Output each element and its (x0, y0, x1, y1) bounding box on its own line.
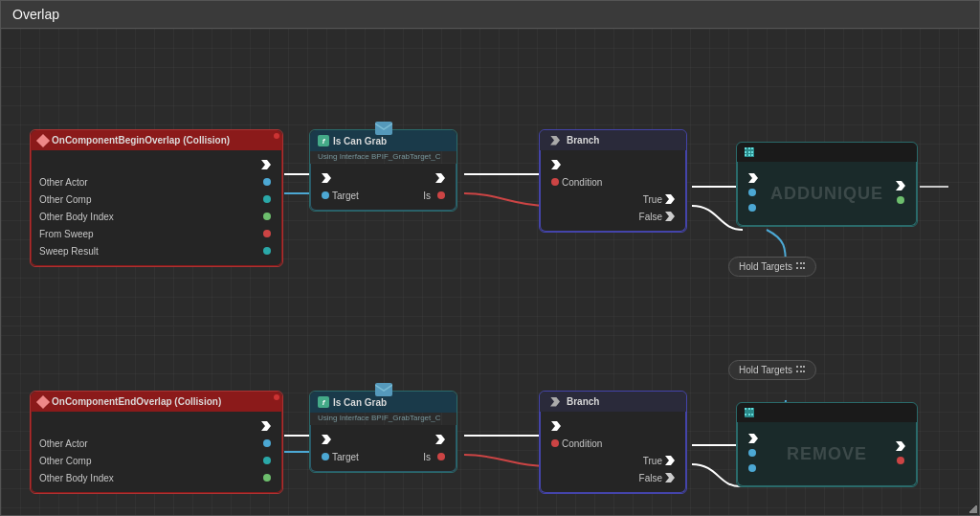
branch-top-exec-row (541, 156, 685, 173)
exec-out-pin (261, 160, 271, 169)
mail-icon-bottom (375, 383, 392, 398)
branch-bottom-node: Branch Condition True False (539, 391, 687, 494)
branch-bottom-true-row: True (541, 452, 685, 469)
branch-top-true-label: True (643, 194, 662, 205)
sweep-result-pin (263, 247, 271, 255)
remove-node: REMOVE (736, 402, 918, 487)
other-actor-label: Other Actor (39, 177, 260, 188)
branch-bottom-condition-pin (551, 439, 559, 447)
addunique-body: ADDUNIQUE (737, 162, 917, 226)
event-begin-title: OnComponentBeginOverlap (Collision) (52, 135, 230, 146)
grid-icon-remove (745, 408, 754, 417)
func-top-target-row: Target Is (311, 187, 456, 204)
event-end-other-body-index-pin (263, 474, 271, 482)
is-can-grab-bottom-node: f Is Can Grab Using Interface BPIF_GrabT… (309, 391, 457, 473)
event-end-icon (36, 394, 50, 408)
remove-body: REMOVE (737, 422, 917, 486)
addunique-result-pin (897, 196, 904, 204)
red-indicator (274, 133, 279, 139)
event-end-other-comp-label: Other Comp (39, 456, 260, 466)
is-can-grab-bottom-body: Target Is (310, 425, 457, 472)
other-comp-pin (263, 195, 271, 203)
branch-top-condition-pin (551, 178, 559, 186)
event-icon (36, 133, 50, 146)
event-end-exec-out (261, 421, 271, 431)
addunique-array-pin (748, 189, 756, 196)
branch-top-exec-in (551, 160, 561, 169)
event-end-title: OnComponentEndOverlap (Collision) (52, 396, 221, 407)
branch-top-true-pin (665, 194, 675, 204)
branch-bottom-false-pin (665, 473, 675, 482)
event-end-body: Other Actor Other Comp Other Body Index (31, 412, 282, 493)
branch-bottom-icon (550, 397, 560, 407)
main-window: Overlap (0, 0, 980, 516)
canvas[interactable]: OnComponentBeginOverlap (Collision) Othe… (1, 29, 979, 515)
addunique-label: ADDUNIQUE (770, 184, 883, 204)
remove-pins-right (893, 441, 908, 466)
other-comp-row: Other Comp (32, 191, 281, 208)
addunique-pins-right (893, 181, 908, 206)
other-actor-row: Other Actor (32, 173, 281, 191)
addunique-header (737, 143, 917, 162)
func-bottom-target-label: Target (332, 452, 423, 462)
func-bottom-target-row: Target Is (311, 448, 456, 465)
from-sweep-pin (263, 230, 271, 237)
remove-result-pin (897, 457, 904, 464)
event-end-other-body-index-row: Other Body Index (32, 469, 281, 486)
branch-top-true-row: True (541, 191, 685, 208)
addunique-item-pin (748, 204, 756, 212)
event-end-exec-row (32, 417, 281, 435)
func-top-target-label: Target (332, 191, 423, 201)
func-bottom-target-in-pin (322, 453, 329, 460)
addunique-exec-in (748, 173, 758, 183)
branch-bottom-false-row: False (541, 469, 685, 486)
branch-top-false-pin (665, 212, 675, 221)
other-body-index-label: Other Body Index (39, 212, 260, 222)
other-comp-label: Other Comp (39, 194, 260, 205)
is-can-grab-top-node: f Is Can Grab Using Interface BPIF_GrabT… (309, 129, 457, 212)
branch-top-header: Branch (540, 130, 686, 150)
remove-exec-in (748, 434, 758, 443)
remove-exec-out (896, 441, 905, 451)
hold-targets-top-label: Hold Targets (739, 261, 792, 272)
func-top-is-out-pin (437, 191, 445, 199)
branch-bottom-exec-row (541, 417, 685, 435)
hold-targets-top: Hold Targets (728, 257, 816, 277)
branch-top-title: Branch (567, 135, 599, 146)
remove-label: REMOVE (787, 444, 867, 464)
event-end-other-actor-label: Other Actor (39, 438, 260, 449)
branch-bottom-exec-in (551, 421, 561, 431)
event-end-header: OnComponentEndOverlap (Collision) (31, 392, 282, 412)
func-top-is-label: Is (423, 191, 431, 201)
func-top-exec-out (435, 173, 445, 183)
window-title: Overlap (12, 7, 59, 22)
func-bottom-exec-row (311, 431, 456, 448)
branch-top-body: Condition True False (540, 150, 686, 232)
event-end-other-comp-pin (263, 457, 271, 464)
is-can-grab-top-body: Target Is (310, 164, 457, 211)
branch-bottom-condition-label: Condition (562, 438, 678, 449)
branch-top-false-row: False (541, 208, 685, 225)
event-end-other-comp-row: Other Comp (32, 452, 281, 469)
func-icon-bottom: f (318, 396, 329, 408)
branch-bottom-false-label: False (639, 473, 662, 483)
resize-handle[interactable] (969, 505, 977, 513)
event-end-other-actor-pin (263, 439, 271, 447)
addunique-node: ADDUNIQUE (736, 142, 918, 227)
addunique-exec-out (896, 181, 905, 191)
grid-icon-addunique (745, 147, 754, 157)
mail-icon-top (375, 122, 392, 137)
branch-top-condition-row: Condition (541, 173, 685, 191)
sweep-result-label: Sweep Result (39, 246, 260, 257)
event-end-overlap-node: OnComponentEndOverlap (Collision) Other … (30, 391, 283, 494)
event-begin-header: OnComponentBeginOverlap (Collision) (31, 130, 282, 150)
other-actor-pin (263, 178, 271, 186)
event-begin-body: Other Actor Other Comp Other Body Index … (31, 150, 282, 266)
event-end-other-actor-row: Other Actor (32, 435, 281, 452)
grid-icon-hold-bottom (796, 366, 806, 375)
branch-bottom-body: Condition True False (540, 412, 686, 493)
other-body-index-pin (263, 213, 271, 220)
is-can-grab-top-subtitle: Using Interface BPIF_GrabTarget_C (310, 151, 457, 164)
from-sweep-row: From Sweep (32, 225, 281, 242)
branch-top-icon (550, 136, 560, 146)
